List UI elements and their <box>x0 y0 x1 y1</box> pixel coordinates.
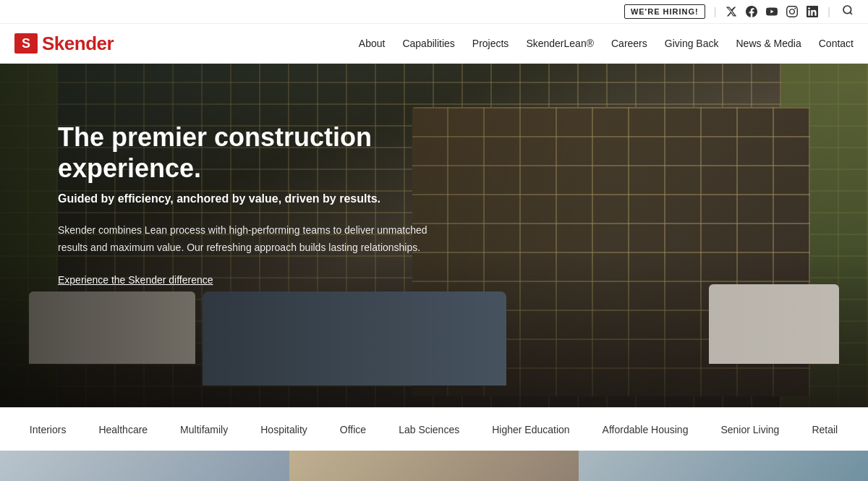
logo-text: Skender <box>42 33 114 55</box>
hero-body: Skender combines Lean process with high-… <box>58 222 434 257</box>
nav-skenderlean[interactable]: SkenderLean® <box>526 35 594 52</box>
social-icons <box>725 5 819 18</box>
cat-higher-education[interactable]: Higher Education <box>476 408 586 451</box>
twitter-icon[interactable] <box>725 5 738 18</box>
svg-text:S: S <box>22 36 30 51</box>
nav-contact[interactable]: Contact <box>819 35 854 52</box>
hiring-badge[interactable]: WE'RE HIRING! <box>624 4 705 19</box>
cat-hospitality[interactable]: Hospitality <box>244 408 324 451</box>
nav-capabilities[interactable]: Capabilities <box>402 35 454 52</box>
cat-interiors[interactable]: Interiors <box>14 408 83 451</box>
cat-office[interactable]: Office <box>324 408 383 451</box>
cat-affordable-housing[interactable]: Affordable Housing <box>587 408 705 451</box>
search-icon[interactable] <box>842 4 854 19</box>
divider-2: | <box>827 6 830 17</box>
cat-retail[interactable]: Retail <box>796 408 854 451</box>
cat-senior-living[interactable]: Senior Living <box>705 408 796 451</box>
nav-news-media[interactable]: News & Media <box>736 35 801 52</box>
hero-content: The premier construction experience. Gui… <box>58 122 434 286</box>
categories-bar: Interiors Healthcare Multifamily Hospita… <box>0 407 868 451</box>
nav-careers[interactable]: Careers <box>611 35 647 52</box>
linkedin-icon[interactable] <box>806 5 819 18</box>
logo-icon: S <box>14 33 38 54</box>
cat-multifamily[interactable]: Multifamily <box>164 408 244 451</box>
hero-subtitle: Guided by efficiency, anchored by value,… <box>58 191 434 207</box>
instagram-icon[interactable] <box>786 5 799 18</box>
hero-title: The premier construction experience. <box>58 122 434 184</box>
facebook-icon[interactable] <box>745 5 758 18</box>
preview-tile-2[interactable] <box>289 451 579 481</box>
nav-about[interactable]: About <box>359 35 386 52</box>
preview-strip <box>0 451 868 481</box>
logo[interactable]: S Skender <box>14 33 114 55</box>
cat-healthcare[interactable]: Healthcare <box>82 408 164 451</box>
hero-cta-link[interactable]: Experience the Skender difference <box>58 274 213 286</box>
preview-tile-3[interactable] <box>579 451 868 481</box>
nav-projects[interactable]: Projects <box>472 35 509 52</box>
main-nav: About Capabilities Projects SkenderLean®… <box>359 35 854 52</box>
main-header: S Skender About Capabilities Projects Sk… <box>0 24 868 64</box>
youtube-icon[interactable] <box>765 5 778 18</box>
svg-point-0 <box>843 6 851 14</box>
divider-1: | <box>714 6 717 17</box>
cat-lab-sciences[interactable]: Lab Sciences <box>383 408 476 451</box>
top-bar: WE'RE HIRING! | | <box>0 0 868 24</box>
preview-tile-1[interactable] <box>0 451 289 481</box>
hero-section: The premier construction experience. Gui… <box>0 64 868 407</box>
nav-giving-back[interactable]: Giving Back <box>665 35 719 52</box>
